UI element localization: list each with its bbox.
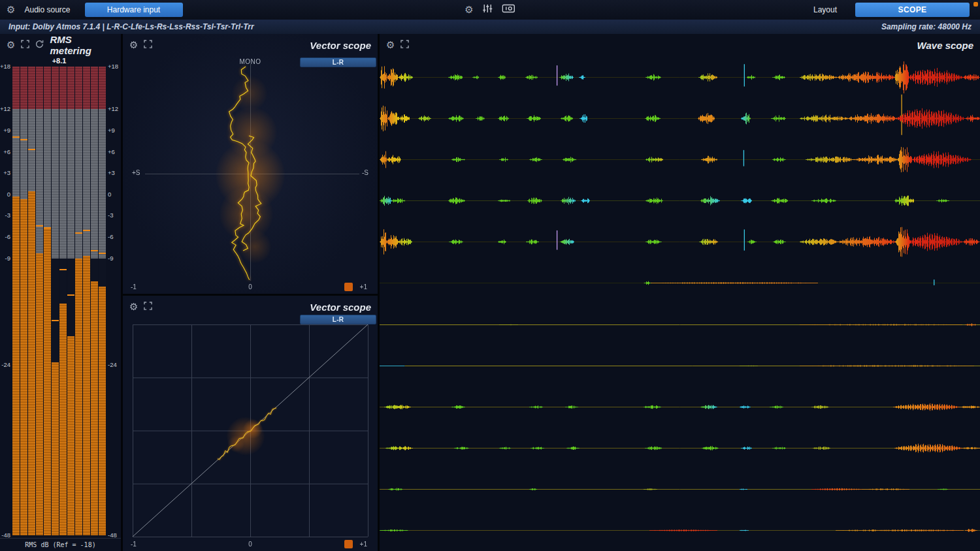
plus-s-label: +S — [132, 169, 140, 176]
infobar: Input: Dolby Atmos 7.1.4 | L-R-C-Lfe-Ls-… — [0, 20, 980, 34]
rms-scale-tick: 0 — [0, 191, 11, 198]
meter-zone — [52, 362, 59, 535]
rms-scale-tick: +12 — [0, 106, 11, 112]
rms-footer-label: RMS dB (Ref = -18) — [0, 538, 121, 548]
rms-meter-bar-Rs — [52, 67, 59, 535]
meter-zone — [67, 294, 74, 296]
rms-meter-area — [12, 67, 106, 535]
meter-zone — [59, 109, 67, 258]
wave-panel-header: ⚙ Wave scope — [380, 34, 980, 56]
rms-scale-tick: +12 — [106, 106, 121, 112]
rms-scale-tick: +3 — [0, 170, 11, 176]
meter-zone — [75, 232, 82, 234]
gear-icon[interactable]: ⚙ — [129, 40, 138, 50]
panel-title: Vector scope — [310, 302, 371, 313]
meter-zone — [44, 228, 51, 535]
panel-title: Wave scope — [917, 40, 973, 51]
fullscreen-icon[interactable] — [144, 301, 152, 313]
meter-zone — [83, 256, 90, 535]
rms-meter-bar-Trr — [99, 67, 106, 535]
axis-right-label: +1 — [360, 283, 367, 291]
layout-button[interactable]: Layout — [813, 5, 837, 14]
fullscreen-icon[interactable] — [21, 39, 29, 51]
settings-gear-icon[interactable]: ⚙ — [7, 5, 15, 15]
app-root: ⚙ Audio source Hardware input ⚙ Layout S — [0, 0, 980, 551]
meter-zone — [12, 67, 20, 109]
wave-canvas — [380, 56, 980, 551]
rms-scale-left: +18+12+9+6+30-3-6-9-24-48 — [0, 67, 11, 535]
meter-zone — [36, 253, 43, 535]
meter-zone — [99, 253, 106, 254]
gear-icon[interactable]: ⚙ — [7, 40, 15, 50]
axis-right-label: +1 — [360, 541, 367, 548]
rms-meter-bar-Tsr — [83, 67, 90, 535]
input-format-text: Input: Dolby Atmos 7.1.4 | L-R-C-Lfe-Ls-… — [8, 22, 254, 31]
rms-scale-tick: -9 — [106, 255, 121, 262]
meter-zone — [20, 139, 27, 140]
meter-zone — [36, 109, 43, 258]
rms-meter-bar-Lss — [59, 67, 67, 535]
panel-title: RMS metering — [50, 34, 114, 56]
meter-zone — [75, 109, 82, 258]
clip-indicator[interactable] — [344, 540, 353, 548]
meter-zone — [83, 67, 90, 109]
meter-zone — [99, 287, 106, 535]
rms-scale-tick: +9 — [106, 127, 121, 134]
rms-scale-tick: +3 — [106, 170, 121, 176]
fullscreen-icon[interactable] — [144, 39, 152, 51]
audio-source-button[interactable]: Audio source — [24, 5, 70, 14]
meter-zone — [36, 225, 43, 227]
vector-top-header: ⚙ Vector scope — [123, 34, 378, 56]
rms-scale-tick: +6 — [0, 149, 11, 155]
meter-zone — [67, 109, 74, 258]
topbar-center-icons: ⚙ — [465, 4, 515, 16]
rms-panel-header: ⚙ RMS metering — [0, 34, 121, 56]
panel-title: Vector scope — [310, 40, 371, 51]
meter-zone — [91, 281, 98, 535]
meter-zone — [75, 67, 82, 109]
meter-zone — [83, 230, 90, 231]
meter-zone — [20, 199, 27, 535]
fullscreen-icon[interactable] — [400, 39, 409, 51]
meter-zone — [36, 67, 43, 109]
meter-zone — [12, 136, 20, 138]
rms-scale-tick: -6 — [106, 234, 121, 240]
rms-scale-tick: -24 — [0, 362, 11, 368]
meter-zone — [44, 67, 51, 109]
status-dot — [973, 2, 978, 7]
rms-scale-tick: -6 — [0, 234, 11, 240]
meter-zone — [67, 67, 74, 109]
mixer-sliders-icon[interactable] — [483, 4, 493, 16]
meter-zone — [52, 109, 59, 258]
meter-zone — [59, 269, 67, 270]
meter-zone — [59, 304, 67, 535]
gear-icon[interactable]: ⚙ — [386, 40, 395, 50]
rms-meter-bar-C — [28, 67, 35, 535]
gear-icon[interactable]: ⚙ — [465, 5, 473, 15]
meter-zone — [91, 109, 98, 258]
meter-zone — [75, 259, 82, 535]
hardware-input-button[interactable]: Hardware input — [85, 3, 183, 17]
refresh-icon[interactable] — [35, 39, 44, 51]
rms-meter-bar-Tsl — [75, 67, 82, 535]
vector-scope-bottom-canvas — [123, 318, 378, 551]
io-routing-icon[interactable] — [502, 4, 515, 16]
rms-meter-bar-R — [20, 67, 27, 535]
gear-icon[interactable]: ⚙ — [129, 302, 138, 312]
meter-zone — [67, 336, 74, 535]
meter-zone — [91, 67, 98, 109]
scope-button[interactable]: SCOPE — [855, 3, 970, 17]
rms-scale-tick: 0 — [106, 191, 121, 198]
rms-meter-bar-Ls — [44, 67, 51, 535]
rms-meter-bar-L — [12, 67, 20, 535]
meter-zone — [99, 109, 106, 258]
rms-meter-bar-Trl — [91, 67, 98, 535]
rms-scale-tick: +18 — [106, 63, 121, 70]
meter-zone — [52, 320, 59, 321]
meter-zone — [59, 67, 67, 109]
meter-zone — [20, 67, 27, 109]
rms-scale-tick: +9 — [0, 127, 11, 134]
wave-scope-panel: ⚙ Wave scope — [380, 34, 980, 551]
clip-indicator[interactable] — [344, 283, 353, 291]
rms-scale-tick: -3 — [106, 212, 121, 219]
